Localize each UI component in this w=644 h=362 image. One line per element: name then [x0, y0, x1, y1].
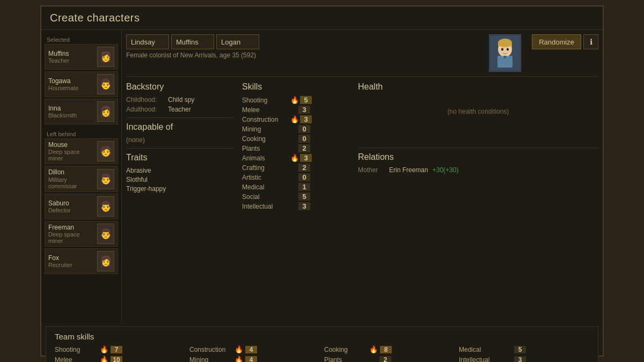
skill-value: 0	[298, 125, 310, 133]
skill-row: Medical1	[242, 183, 349, 191]
team-skill-row: Shooting🔥7	[55, 345, 185, 353]
col-right: Health (no health conditions) Relations …	[358, 82, 598, 319]
skill-value: 1	[298, 183, 310, 191]
svg-rect-4	[498, 43, 512, 46]
left-behind-char-2[interactable]: SaburoDefector👨	[45, 194, 118, 219]
nickname-input[interactable]	[216, 34, 259, 49]
header-buttons: Randomize ℹ	[532, 34, 598, 49]
first-name-input[interactable]	[126, 34, 169, 49]
relation-score: +30(+30)	[433, 166, 459, 174]
skill-name: Plants	[242, 145, 290, 152]
incapable-value: (none)	[126, 136, 233, 144]
ts-skill-value: 7	[111, 346, 122, 353]
traits-title: Traits	[126, 153, 233, 162]
skill-value: 5	[298, 193, 310, 201]
ts-skill-value: 3	[514, 356, 526, 363]
left-behind-chars-list: MouseDeep space miner🧑DillonMilitary com…	[45, 138, 118, 274]
ts-skill-name: Shooting	[55, 346, 98, 353]
skill-value: 3	[298, 202, 310, 210]
skill-value: 3	[298, 106, 310, 114]
left-behind-char-3[interactable]: FreemanDeep space miner👨	[45, 221, 118, 247]
trait-item: Slothful	[126, 176, 233, 183]
skill-row: Melee3	[242, 106, 349, 114]
relation-name: Erin Freeman	[389, 166, 428, 174]
ts-fire-icon: 🔥	[100, 345, 108, 353]
traits-list: AbrasiveSlothfulTrigger-happy	[126, 167, 233, 193]
skill-name: Animals	[242, 154, 290, 162]
skill-value: 5	[300, 96, 312, 104]
skills-title: Skills	[242, 82, 349, 92]
col-left: Backstory Childhood: Child spy Adulthood…	[126, 82, 233, 319]
main-panel: Female colonist of New Arrivals, age 35 …	[122, 30, 603, 323]
info-button[interactable]: ℹ	[583, 34, 598, 49]
ts-skill-value: 2	[379, 356, 391, 363]
team-skill-row: Plants2	[324, 356, 455, 362]
skill-name: Social	[242, 193, 290, 201]
skill-value: 3	[300, 115, 312, 123]
skill-name: Mining	[242, 125, 290, 133]
selected-char-0[interactable]: MuffinsTeacher👩	[45, 44, 118, 70]
main-window: Create characters Selected MuffinsTeache…	[40, 5, 604, 357]
ts-skill-value: 5	[514, 346, 526, 353]
skill-name: Cooking	[242, 135, 290, 143]
skill-row: Social5	[242, 193, 349, 201]
skill-row: Plants2	[242, 144, 349, 152]
selected-char-2[interactable]: InnaBlacksmith👩	[45, 99, 118, 124]
skill-name: Shooting	[242, 97, 290, 104]
left-behind-char-4[interactable]: FoxRecruiter👩	[45, 248, 118, 274]
relations-list: MotherErin Freeman+30(+30)	[358, 166, 598, 174]
ts-fire-icon: 🔥	[369, 345, 378, 353]
trait-item: Trigger-happy	[126, 185, 233, 193]
health-status: (no health conditions)	[358, 108, 598, 115]
ts-skill-name: Mining	[189, 356, 232, 363]
char-header: Female colonist of New Arrivals, age 35 …	[126, 34, 598, 77]
skill-name: Medical	[242, 183, 290, 191]
ts-skill-name: Intellectual	[459, 356, 502, 363]
skill-value: 2	[298, 164, 310, 172]
adulthood-label: Adulthood:	[126, 106, 164, 113]
ts-skill-value: 10	[111, 356, 122, 363]
skill-row: Construction🔥3	[242, 115, 349, 123]
skill-row: Mining0	[242, 125, 349, 133]
health-title: Health	[358, 82, 598, 92]
skill-name: Construction	[242, 116, 290, 123]
team-skills-grid: Shooting🔥7Construction🔥4Cooking🔥8Medical…	[55, 345, 589, 362]
skill-value: 0	[298, 135, 310, 143]
team-skill-row: Mining🔥4	[189, 356, 320, 362]
name-inputs	[126, 34, 259, 49]
skill-row: Intellectual3	[242, 202, 349, 210]
relations-title: Relations	[358, 152, 598, 162]
svg-point-6	[507, 48, 509, 51]
selected-char-1[interactable]: TogawaHousemate👨	[45, 71, 118, 97]
title-bar: Create characters	[41, 6, 603, 30]
svg-point-5	[501, 48, 503, 51]
sidebar: Selected MuffinsTeacher👩TogawaHousemate👨…	[41, 30, 122, 323]
childhood-row: Childhood: Child spy	[126, 96, 233, 104]
left-behind-char-0[interactable]: MouseDeep space miner🧑	[45, 138, 118, 164]
left-behind-label: Left behind	[45, 129, 118, 138]
selected-chars-list: MuffinsTeacher👩TogawaHousemate👨InnaBlack…	[45, 44, 118, 124]
char-description: Female colonist of New Arrivals, age 35 …	[126, 51, 259, 59]
relation-type: Mother	[358, 166, 385, 174]
skill-row: Shooting🔥5	[242, 96, 349, 104]
skill-value: 2	[298, 144, 310, 152]
skill-name: Crafting	[242, 164, 290, 172]
ts-skill-value: 4	[245, 356, 257, 363]
skill-name: Intellectual	[242, 203, 290, 210]
name-area: Female colonist of New Arrivals, age 35 …	[126, 34, 259, 59]
backstory-title: Backstory	[126, 82, 233, 92]
left-behind-char-1[interactable]: DillonMilitary commissar👨	[45, 166, 118, 191]
randomize-button[interactable]: Randomize	[532, 34, 581, 49]
skill-row: Artistic0	[242, 173, 349, 181]
skill-fire-icon: 🔥	[290, 115, 299, 123]
childhood-value: Child spy	[168, 96, 194, 104]
skill-name: Melee	[242, 106, 290, 114]
ts-fire-icon: 🔥	[235, 356, 243, 362]
team-skills-title: Team skills	[55, 332, 589, 341]
ts-skill-value: 8	[380, 346, 392, 353]
skill-row: Animals🔥3	[242, 154, 349, 162]
skill-fire-icon: 🔥	[290, 96, 299, 104]
team-skill-row: Medical5	[459, 345, 589, 353]
ts-fire-icon: 🔥	[100, 356, 108, 362]
last-name-input[interactable]	[171, 34, 214, 49]
